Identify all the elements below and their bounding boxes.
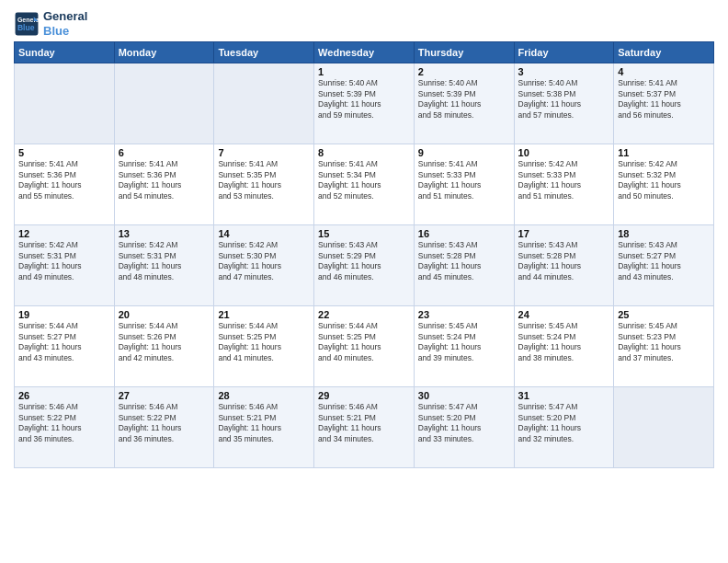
calendar-table: SundayMondayTuesdayWednesdayThursdayFrid…	[14, 41, 714, 468]
day-info: Sunrise: 5:41 AM Sunset: 5:33 PM Dayligh…	[418, 159, 510, 201]
day-cell-2: 2Sunrise: 5:40 AM Sunset: 5:39 PM Daylig…	[414, 63, 514, 144]
logo-icon: General Blue	[14, 11, 40, 37]
day-info: Sunrise: 5:41 AM Sunset: 5:36 PM Dayligh…	[18, 159, 110, 201]
day-info: Sunrise: 5:47 AM Sunset: 5:20 PM Dayligh…	[418, 402, 510, 444]
day-info: Sunrise: 5:46 AM Sunset: 5:21 PM Dayligh…	[318, 402, 410, 444]
day-number: 23	[418, 309, 510, 320]
calendar-page: General Blue General Blue SundayMondayTu…	[0, 0, 728, 563]
day-number: 19	[18, 309, 110, 320]
day-cell-7: 7Sunrise: 5:41 AM Sunset: 5:35 PM Daylig…	[214, 144, 314, 225]
day-number: 10	[518, 147, 610, 158]
day-cell-22: 22Sunrise: 5:44 AM Sunset: 5:25 PM Dayli…	[314, 306, 415, 387]
day-number: 29	[318, 390, 410, 401]
day-number: 2	[418, 66, 510, 77]
day-number: 26	[18, 390, 110, 401]
day-number: 15	[318, 228, 410, 239]
day-number: 30	[418, 390, 510, 401]
day-info: Sunrise: 5:42 AM Sunset: 5:31 PM Dayligh…	[119, 240, 210, 282]
day-number: 8	[318, 147, 410, 158]
day-cell-14: 14Sunrise: 5:42 AM Sunset: 5:30 PM Dayli…	[214, 225, 314, 306]
day-info: Sunrise: 5:43 AM Sunset: 5:29 PM Dayligh…	[318, 240, 410, 282]
day-info: Sunrise: 5:44 AM Sunset: 5:27 PM Dayligh…	[18, 321, 110, 363]
day-number: 12	[18, 228, 110, 239]
day-number: 17	[518, 228, 610, 239]
day-info: Sunrise: 5:45 AM Sunset: 5:24 PM Dayligh…	[518, 321, 610, 363]
week-row-3: 12Sunrise: 5:42 AM Sunset: 5:31 PM Dayli…	[15, 225, 714, 306]
day-number: 3	[518, 66, 610, 77]
logo: General Blue General Blue	[14, 9, 87, 38]
day-info: Sunrise: 5:43 AM Sunset: 5:28 PM Dayligh…	[418, 240, 510, 282]
day-cell-20: 20Sunrise: 5:44 AM Sunset: 5:26 PM Dayli…	[114, 306, 214, 387]
empty-cell	[15, 63, 115, 144]
weekday-header-thursday: Thursday	[414, 42, 514, 63]
day-info: Sunrise: 5:42 AM Sunset: 5:31 PM Dayligh…	[18, 240, 110, 282]
day-info: Sunrise: 5:42 AM Sunset: 5:32 PM Dayligh…	[618, 159, 710, 201]
empty-cell	[114, 63, 214, 144]
day-number: 28	[218, 390, 310, 401]
day-cell-4: 4Sunrise: 5:41 AM Sunset: 5:37 PM Daylig…	[614, 63, 714, 144]
day-cell-25: 25Sunrise: 5:45 AM Sunset: 5:23 PM Dayli…	[614, 306, 714, 387]
week-row-5: 26Sunrise: 5:46 AM Sunset: 5:22 PM Dayli…	[15, 387, 714, 468]
day-info: Sunrise: 5:42 AM Sunset: 5:33 PM Dayligh…	[518, 159, 610, 201]
day-number: 1	[318, 66, 410, 77]
day-number: 11	[618, 147, 710, 158]
day-number: 21	[218, 309, 310, 320]
weekday-header-sunday: Sunday	[15, 42, 115, 63]
day-cell-5: 5Sunrise: 5:41 AM Sunset: 5:36 PM Daylig…	[15, 144, 115, 225]
day-number: 25	[618, 309, 710, 320]
day-info: Sunrise: 5:47 AM Sunset: 5:20 PM Dayligh…	[518, 402, 610, 444]
weekday-header-monday: Monday	[114, 42, 214, 63]
day-info: Sunrise: 5:40 AM Sunset: 5:38 PM Dayligh…	[518, 78, 610, 121]
day-info: Sunrise: 5:44 AM Sunset: 5:26 PM Dayligh…	[119, 321, 210, 363]
day-info: Sunrise: 5:46 AM Sunset: 5:22 PM Dayligh…	[18, 402, 110, 444]
day-info: Sunrise: 5:46 AM Sunset: 5:22 PM Dayligh…	[119, 402, 210, 444]
day-cell-10: 10Sunrise: 5:42 AM Sunset: 5:33 PM Dayli…	[514, 144, 614, 225]
day-cell-21: 21Sunrise: 5:44 AM Sunset: 5:25 PM Dayli…	[214, 306, 314, 387]
day-cell-16: 16Sunrise: 5:43 AM Sunset: 5:28 PM Dayli…	[414, 225, 514, 306]
week-row-4: 19Sunrise: 5:44 AM Sunset: 5:27 PM Dayli…	[15, 306, 714, 387]
day-info: Sunrise: 5:46 AM Sunset: 5:21 PM Dayligh…	[218, 402, 310, 444]
day-number: 9	[418, 147, 510, 158]
day-info: Sunrise: 5:44 AM Sunset: 5:25 PM Dayligh…	[318, 321, 410, 363]
day-cell-30: 30Sunrise: 5:47 AM Sunset: 5:20 PM Dayli…	[414, 387, 514, 468]
day-number: 16	[418, 228, 510, 239]
weekday-header-row: SundayMondayTuesdayWednesdayThursdayFrid…	[15, 42, 714, 63]
day-info: Sunrise: 5:41 AM Sunset: 5:36 PM Dayligh…	[119, 159, 210, 201]
weekday-header-saturday: Saturday	[614, 42, 714, 63]
day-number: 22	[318, 309, 410, 320]
day-cell-6: 6Sunrise: 5:41 AM Sunset: 5:36 PM Daylig…	[114, 144, 214, 225]
day-info: Sunrise: 5:41 AM Sunset: 5:37 PM Dayligh…	[618, 78, 710, 121]
day-info: Sunrise: 5:40 AM Sunset: 5:39 PM Dayligh…	[418, 78, 510, 121]
day-cell-1: 1Sunrise: 5:40 AM Sunset: 5:39 PM Daylig…	[314, 63, 415, 144]
day-number: 18	[618, 228, 710, 239]
day-cell-23: 23Sunrise: 5:45 AM Sunset: 5:24 PM Dayli…	[414, 306, 514, 387]
weekday-header-tuesday: Tuesday	[214, 42, 314, 63]
day-info: Sunrise: 5:41 AM Sunset: 5:35 PM Dayligh…	[218, 159, 310, 201]
day-info: Sunrise: 5:45 AM Sunset: 5:24 PM Dayligh…	[418, 321, 510, 363]
svg-text:Blue: Blue	[17, 23, 35, 32]
week-row-2: 5Sunrise: 5:41 AM Sunset: 5:36 PM Daylig…	[15, 144, 714, 225]
empty-cell	[614, 387, 714, 468]
day-info: Sunrise: 5:42 AM Sunset: 5:30 PM Dayligh…	[218, 240, 310, 282]
day-number: 20	[119, 309, 210, 320]
logo-text: General Blue	[43, 9, 87, 38]
day-cell-15: 15Sunrise: 5:43 AM Sunset: 5:29 PM Dayli…	[314, 225, 415, 306]
day-cell-28: 28Sunrise: 5:46 AM Sunset: 5:21 PM Dayli…	[214, 387, 314, 468]
day-number: 13	[119, 228, 210, 239]
week-row-1: 1Sunrise: 5:40 AM Sunset: 5:39 PM Daylig…	[15, 63, 714, 144]
weekday-header-wednesday: Wednesday	[314, 42, 415, 63]
day-info: Sunrise: 5:45 AM Sunset: 5:23 PM Dayligh…	[618, 321, 710, 363]
day-info: Sunrise: 5:41 AM Sunset: 5:34 PM Dayligh…	[318, 159, 410, 201]
weekday-header-friday: Friday	[514, 42, 614, 63]
day-number: 7	[218, 147, 310, 158]
day-cell-8: 8Sunrise: 5:41 AM Sunset: 5:34 PM Daylig…	[314, 144, 415, 225]
day-cell-18: 18Sunrise: 5:43 AM Sunset: 5:27 PM Dayli…	[614, 225, 714, 306]
day-number: 6	[119, 147, 210, 158]
empty-cell	[214, 63, 314, 144]
day-info: Sunrise: 5:44 AM Sunset: 5:25 PM Dayligh…	[218, 321, 310, 363]
day-cell-27: 27Sunrise: 5:46 AM Sunset: 5:22 PM Dayli…	[114, 387, 214, 468]
day-number: 31	[518, 390, 610, 401]
day-cell-24: 24Sunrise: 5:45 AM Sunset: 5:24 PM Dayli…	[514, 306, 614, 387]
day-cell-26: 26Sunrise: 5:46 AM Sunset: 5:22 PM Dayli…	[15, 387, 115, 468]
day-number: 27	[119, 390, 210, 401]
